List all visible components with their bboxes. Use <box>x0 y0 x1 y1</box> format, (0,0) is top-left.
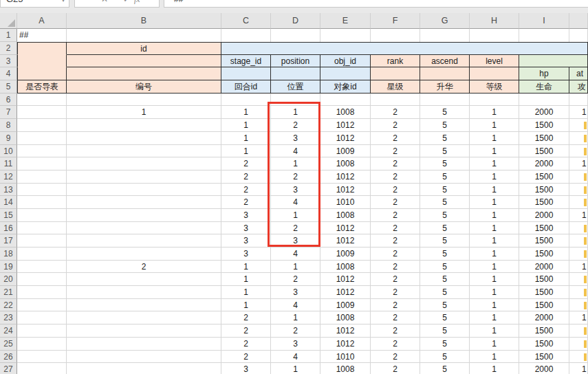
cell-j-atk-partial[interactable] <box>569 286 588 299</box>
cell-a5-export-flag[interactable]: 是否导表 <box>17 80 67 94</box>
cell-c4[interactable] <box>221 67 271 80</box>
cell-i-hp[interactable]: 1500 <box>519 248 569 261</box>
cell-h-level[interactable]: 1 <box>470 338 519 351</box>
cell-b[interactable] <box>67 196 221 209</box>
cell-b[interactable] <box>67 94 221 107</box>
cell-a[interactable] <box>17 132 67 145</box>
col-header-g[interactable]: G <box>420 13 470 29</box>
cell-i3-merged-green[interactable] <box>519 55 588 68</box>
cell-c-round-id[interactable]: 1 <box>221 299 271 312</box>
cell-h-level[interactable] <box>470 94 519 107</box>
col-header-c[interactable]: C <box>221 13 271 29</box>
cell-c-round-id[interactable]: 3 <box>221 222 271 235</box>
cell-h-level[interactable]: 1 <box>470 209 519 222</box>
formula-input[interactable]: ## <box>164 0 588 8</box>
cell-f-rank[interactable]: 2 <box>371 299 420 312</box>
cell-j-atk-partial[interactable] <box>569 145 588 158</box>
cell-d-position[interactable]: 4 <box>271 351 320 364</box>
cell-e-obj-id[interactable] <box>320 94 371 107</box>
cell-i-hp[interactable]: 1500 <box>519 273 569 286</box>
cell-f-rank[interactable]: 2 <box>371 248 420 261</box>
cell-c-round-id[interactable]: 2 <box>221 311 271 324</box>
cell-c-round-id[interactable]: 3 <box>221 363 271 374</box>
row-header-1[interactable]: 1 <box>0 29 17 42</box>
cell-b2-id[interactable]: id <box>67 42 221 55</box>
cell-f5-star[interactable]: 星级 <box>371 80 420 94</box>
row-header[interactable]: 15 <box>0 209 17 222</box>
cell-b[interactable] <box>67 222 221 235</box>
cell-a[interactable] <box>17 157 67 170</box>
cell-g-ascend[interactable]: 5 <box>420 234 470 248</box>
cell-j-atk-partial[interactable]: 1 <box>569 209 588 222</box>
cell-i-hp[interactable]: 2000 <box>519 209 569 222</box>
cell-h-level[interactable]: 1 <box>470 234 519 248</box>
col-header-f[interactable]: F <box>371 13 420 29</box>
cell-c-round-id[interactable]: 2 <box>221 338 271 351</box>
cell-e-obj-id[interactable]: 1009 <box>320 299 371 312</box>
row-header[interactable]: 8 <box>0 119 17 132</box>
name-box[interactable]: G25 ▾ <box>0 0 69 8</box>
cell-b[interactable] <box>67 324 221 338</box>
cell-c-round-id[interactable]: 1 <box>221 286 271 299</box>
cell-e-obj-id[interactable]: 1008 <box>320 157 371 170</box>
cell-g-ascend[interactable]: 5 <box>420 261 470 274</box>
cell-g-ascend[interactable]: 5 <box>420 157 470 170</box>
row-header[interactable]: 22 <box>0 299 17 312</box>
cell-b[interactable] <box>67 119 221 132</box>
cell-j-atk-partial[interactable] <box>569 94 588 107</box>
cell-c-round-id[interactable]: 1 <box>221 106 271 119</box>
cell-e-obj-id[interactable]: 1012 <box>320 286 371 299</box>
cell-c-round-id[interactable]: 1 <box>221 273 271 286</box>
cell-j-atk-partial[interactable]: 1 <box>569 261 588 274</box>
cell-i-hp[interactable]: 2000 <box>519 106 569 119</box>
cell-i1[interactable] <box>519 29 569 42</box>
cell-e-obj-id[interactable]: 1012 <box>320 234 371 248</box>
cell-b[interactable] <box>67 184 221 197</box>
cell-d1[interactable] <box>271 29 320 42</box>
row-header[interactable]: 23 <box>0 311 17 324</box>
cell-f-rank[interactable]: 2 <box>371 196 420 209</box>
cell-g5-ascend[interactable]: 升华 <box>420 80 470 94</box>
cell-i-hp[interactable]: 1500 <box>519 299 569 312</box>
cell-f-rank[interactable]: 2 <box>371 286 420 299</box>
cell-h-level[interactable]: 1 <box>470 299 519 312</box>
row-header-5[interactable]: 5 <box>0 80 17 94</box>
cell-a[interactable] <box>17 261 67 274</box>
row-header[interactable]: 25 <box>0 338 17 351</box>
cell-a2-merged[interactable] <box>17 42 67 55</box>
cell-d3-position[interactable]: position <box>271 55 320 68</box>
col-header-j[interactable] <box>569 13 588 29</box>
cell-d-position[interactable]: 1 <box>271 311 320 324</box>
row-header[interactable]: 14 <box>0 196 17 209</box>
cell-g-ascend[interactable] <box>420 94 470 107</box>
cell-b[interactable] <box>67 209 221 222</box>
cell-e-obj-id[interactable]: 1012 <box>320 132 371 145</box>
row-header[interactable]: 20 <box>0 273 17 286</box>
cell-h-level[interactable]: 1 <box>470 311 519 324</box>
cell-f-rank[interactable]: 2 <box>371 209 420 222</box>
cell-f-rank[interactable]: 2 <box>371 184 420 197</box>
cell-g-ascend[interactable]: 5 <box>420 248 470 261</box>
cell-d-position[interactable]: 3 <box>271 286 320 299</box>
cell-j-atk-partial[interactable] <box>569 132 588 145</box>
cell-e-obj-id[interactable]: 1012 <box>320 170 371 184</box>
cell-h-level[interactable]: 1 <box>470 286 519 299</box>
cell-h5-level[interactable]: 等级 <box>470 80 519 94</box>
row-header-2[interactable]: 2 <box>0 42 17 55</box>
cell-c5-round-id[interactable]: 回合id <box>221 80 271 94</box>
cell-c-round-id[interactable]: 2 <box>221 351 271 364</box>
col-header-i[interactable]: I <box>519 13 569 29</box>
cell-e3-obj-id[interactable]: obj_id <box>320 55 371 68</box>
cell-g3-ascend[interactable]: ascend <box>420 55 470 68</box>
col-header-e[interactable]: E <box>320 13 371 29</box>
cell-f-rank[interactable]: 2 <box>371 157 420 170</box>
cell-j-atk-partial[interactable] <box>569 222 588 235</box>
cell-a[interactable] <box>17 351 67 364</box>
col-header-d[interactable]: D <box>271 13 320 29</box>
cell-i-hp[interactable] <box>519 94 569 107</box>
cell-f-rank[interactable]: 2 <box>371 222 420 235</box>
cell-j-atk-partial[interactable]: 1 <box>569 106 588 119</box>
cell-j-atk-partial[interactable] <box>569 196 588 209</box>
cell-b4[interactable] <box>67 67 221 80</box>
cell-c-round-id[interactable]: 3 <box>221 234 271 248</box>
